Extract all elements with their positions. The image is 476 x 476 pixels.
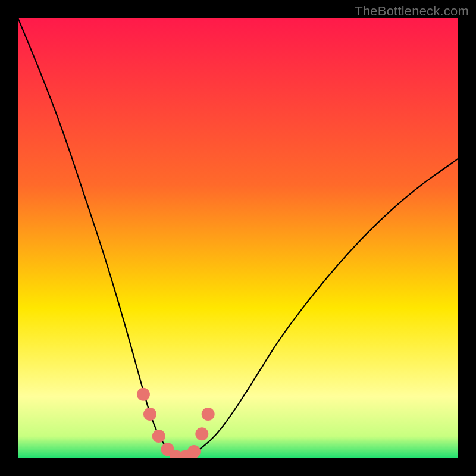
chart-overlay [18,18,458,458]
bottleneck-curve [18,18,458,458]
highlight-marker [143,408,156,421]
highlight-marker [137,388,150,401]
highlight-marker [202,408,215,421]
highlight-marker [187,445,201,458]
highlight-marker [195,427,208,440]
watermark-label: TheBottleneck.com [355,4,469,19]
chart-frame: TheBottleneck.com [0,0,476,476]
highlight-markers [137,388,215,458]
plot-area [18,18,458,458]
highlight-marker [152,430,165,443]
